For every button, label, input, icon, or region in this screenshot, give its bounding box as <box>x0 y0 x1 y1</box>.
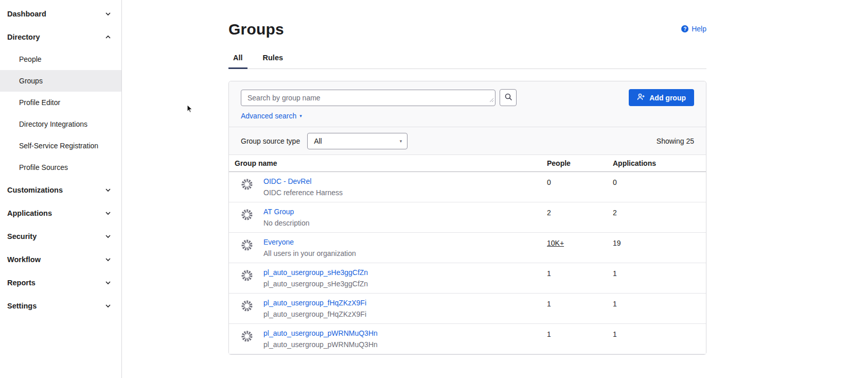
gear-icon <box>241 269 253 282</box>
filter-section: Group source type All ▾ Showing 25 <box>229 127 706 155</box>
advanced-search-label: Advanced search <box>241 112 296 120</box>
sidebar-item-reports[interactable]: Reports <box>0 271 121 294</box>
tab-rules[interactable]: Rules <box>258 54 288 68</box>
applications-count: 1 <box>613 263 706 293</box>
selected-option: All <box>314 137 322 145</box>
sidebar-item-directory-integrations[interactable]: Directory Integrations <box>0 113 121 135</box>
applications-count: 2 <box>613 202 706 232</box>
people-count-link[interactable]: 10K+ <box>547 239 564 247</box>
sidebar-item-directory[interactable]: Directory <box>0 25 121 48</box>
search-button[interactable] <box>500 89 517 106</box>
add-group-label: Add group <box>649 94 686 102</box>
sidebar: Dashboard Directory People Groups Profil… <box>0 0 122 378</box>
group-name-link[interactable]: pl_auto_usergroup_sHe3ggCfZn <box>263 268 368 277</box>
table-row: pl_auto_usergroup_pWRNMuQ3Hn pl_auto_use… <box>229 324 706 354</box>
caret-down-icon: ▾ <box>400 139 402 144</box>
group-name-link[interactable]: pl_auto_usergroup_pWRNMuQ3Hn <box>263 329 378 337</box>
gear-icon <box>241 239 253 251</box>
help-label: Help <box>692 25 706 33</box>
gear-icon <box>241 300 253 312</box>
sidebar-item-label: Directory <box>7 33 40 41</box>
showing-count: Showing 25 <box>657 137 694 145</box>
magnifier-icon <box>504 93 512 102</box>
chevron-down-icon <box>105 11 111 17</box>
tab-all[interactable]: All <box>228 54 247 68</box>
group-description: OIDC reference Harness <box>263 188 343 197</box>
sidebar-item-label: Reports <box>7 279 36 287</box>
add-person-icon <box>637 93 645 102</box>
gear-icon <box>241 178 253 191</box>
tab-bar: All Rules <box>228 54 706 69</box>
table-row: OIDC - DevRel OIDC reference Harness 0 0 <box>229 172 706 202</box>
sidebar-item-label: Customizations <box>7 186 63 194</box>
table-header: Group name People Applications <box>229 155 706 172</box>
applications-count: 0 <box>613 172 706 202</box>
app-root: Dashboard Directory People Groups Profil… <box>0 0 868 378</box>
search-section: Add group Advanced search ▾ <box>229 81 706 127</box>
chevron-down-icon <box>105 303 111 309</box>
people-count: 1 <box>547 263 613 293</box>
sidebar-item-people[interactable]: People <box>0 48 121 70</box>
search-input[interactable] <box>241 90 495 106</box>
column-header-group-name: Group name <box>229 159 547 167</box>
groups-card: Add group Advanced search ▾ Group source… <box>228 81 706 355</box>
people-count: 0 <box>547 172 613 202</box>
group-name-link[interactable]: Everyone <box>263 238 356 246</box>
column-header-people: People <box>547 159 613 167</box>
chevron-down-icon <box>105 256 111 263</box>
chevron-down-icon <box>105 187 111 193</box>
sidebar-item-label: Workflow <box>7 255 41 264</box>
advanced-search-link[interactable]: Advanced search ▾ <box>241 112 302 120</box>
sidebar-item-label: Security <box>7 232 37 240</box>
people-count: 2 <box>547 202 613 232</box>
help-link[interactable]: ? Help <box>681 25 706 33</box>
sidebar-item-security[interactable]: Security <box>0 225 121 248</box>
table-row: AT Group No description 2 2 <box>229 202 706 233</box>
sidebar-item-dashboard[interactable]: Dashboard <box>0 2 121 25</box>
applications-count: 1 <box>613 294 706 323</box>
table-row: pl_auto_usergroup_fHqZKzX9Fi pl_auto_use… <box>229 294 706 324</box>
group-description: pl_auto_usergroup_sHe3ggCfZn <box>263 280 368 288</box>
applications-count: 19 <box>613 233 706 263</box>
sidebar-item-label: Dashboard <box>7 10 46 18</box>
chevron-down-icon <box>105 210 111 216</box>
sidebar-item-groups[interactable]: Groups <box>0 70 121 92</box>
chevron-down-icon <box>105 280 111 286</box>
group-description: pl_auto_usergroup_pWRNMuQ3Hn <box>263 340 378 349</box>
group-description: All users in your organization <box>263 249 356 257</box>
question-circle-icon: ? <box>681 25 688 32</box>
table-row: Everyone All users in your organization … <box>229 233 706 263</box>
sidebar-item-profile-editor[interactable]: Profile Editor <box>0 92 121 113</box>
directory-subnav: People Groups Profile Editor Directory I… <box>0 48 121 178</box>
group-source-type-select[interactable]: All ▾ <box>307 133 408 149</box>
chevron-down-icon <box>105 233 111 239</box>
page-title: Groups <box>228 21 284 38</box>
group-name-link[interactable]: pl_auto_usergroup_fHqZKzX9Fi <box>263 299 366 307</box>
applications-count: 1 <box>613 324 706 354</box>
group-name-link[interactable]: OIDC - DevRel <box>263 177 343 185</box>
sidebar-item-workflow[interactable]: Workflow <box>0 248 121 271</box>
group-name-link[interactable]: AT Group <box>263 208 310 216</box>
group-source-type-label: Group source type <box>241 137 300 145</box>
gear-icon <box>241 330 253 342</box>
table-row: pl_auto_usergroup_sHe3ggCfZn pl_auto_use… <box>229 263 706 294</box>
group-description: No description <box>263 219 310 227</box>
sidebar-item-label: Settings <box>7 302 37 310</box>
gear-icon <box>241 209 253 221</box>
chevron-up-icon <box>105 34 111 40</box>
group-description: pl_auto_usergroup_fHqZKzX9Fi <box>263 310 366 318</box>
sidebar-item-settings[interactable]: Settings <box>0 294 121 317</box>
people-count: 1 <box>547 294 613 323</box>
sidebar-item-profile-sources[interactable]: Profile Sources <box>0 157 121 178</box>
sidebar-item-applications[interactable]: Applications <box>0 201 121 225</box>
people-count: 1 <box>547 324 613 354</box>
column-header-applications: Applications <box>613 159 706 167</box>
sidebar-item-label: Applications <box>7 209 52 217</box>
main-area: Groups ? Help All Rules <box>122 0 868 378</box>
caret-down-icon: ▾ <box>299 114 302 118</box>
sidebar-item-self-service-registration[interactable]: Self-Service Registration <box>0 135 121 157</box>
add-group-button[interactable]: Add group <box>629 89 694 106</box>
sidebar-item-customizations[interactable]: Customizations <box>0 178 121 201</box>
